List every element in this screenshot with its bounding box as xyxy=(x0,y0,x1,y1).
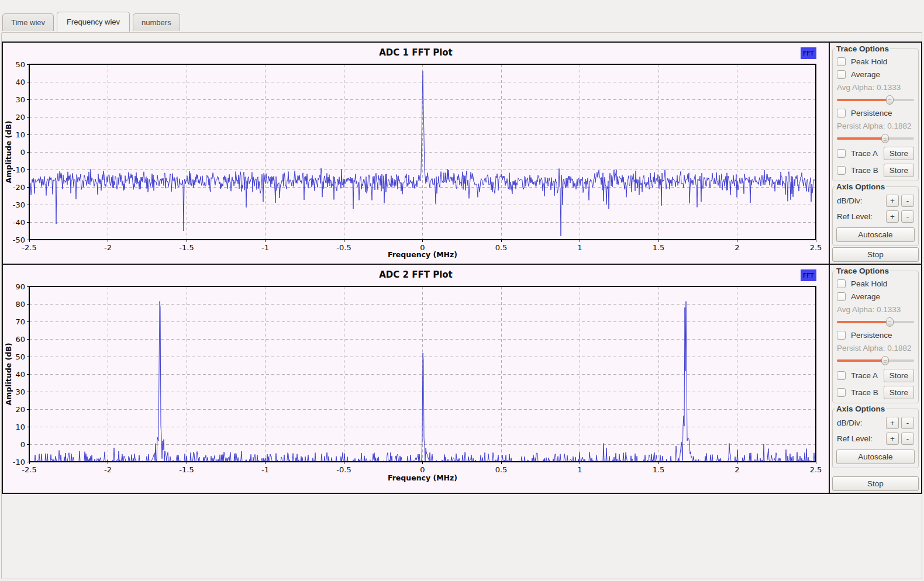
avg-alpha-slider[interactable] xyxy=(837,317,914,327)
svg-text:90: 90 xyxy=(15,282,25,291)
svg-text:0.5: 0.5 xyxy=(495,465,508,474)
trace-a-checkbox[interactable] xyxy=(837,149,846,158)
svg-text:30: 30 xyxy=(15,95,25,104)
db-div-plus-button[interactable]: + xyxy=(886,195,899,207)
tab-time-view[interactable]: Time wiev xyxy=(2,13,54,31)
adc2-plot-panel: -2.5-2-1.5-1-0.500.511.522.5908070605040… xyxy=(3,265,829,493)
trace-b-label: Trace B xyxy=(851,166,878,175)
slider-handle[interactable] xyxy=(886,317,894,327)
db-div-row: dB/Div: + - xyxy=(837,195,914,207)
ref-level-minus-button[interactable]: - xyxy=(901,433,914,445)
peak-hold-checkbox[interactable] xyxy=(837,57,846,66)
persist-alpha-label: Persist Alpha: 0.1882 xyxy=(837,122,914,130)
trace-a-store-button[interactable]: Store xyxy=(884,369,914,382)
trace-b-checkbox[interactable] xyxy=(837,166,846,175)
trace-b-store-button[interactable]: Store xyxy=(884,164,914,177)
svg-text:20: 20 xyxy=(15,113,25,122)
stop-button[interactable]: Stop xyxy=(832,476,919,491)
persistence-row: Persistence xyxy=(837,109,914,117)
svg-text:60: 60 xyxy=(15,335,25,344)
svg-text:-0.5: -0.5 xyxy=(336,465,351,474)
axis-options-title: Axis Options xyxy=(835,404,886,413)
trace-b-row: Trace B Store xyxy=(837,386,914,399)
db-div-minus-button[interactable]: - xyxy=(901,195,914,207)
adc1-row: -2.5-2-1.5-1-0.500.511.522.550403020100-… xyxy=(3,43,921,264)
trace-b-store-button[interactable]: Store xyxy=(884,386,914,399)
svg-text:70: 70 xyxy=(15,317,25,326)
persistence-checkbox[interactable] xyxy=(837,331,846,340)
tab-bar: Time wiev Frequency wiev numbers xyxy=(2,12,183,31)
peak-hold-row: Peak Hold xyxy=(837,279,914,288)
svg-text:-0.5: -0.5 xyxy=(336,243,351,252)
slider-handle[interactable] xyxy=(886,95,894,105)
svg-text:-2: -2 xyxy=(104,243,112,252)
peak-hold-checkbox[interactable] xyxy=(837,279,846,288)
svg-text:2: 2 xyxy=(735,243,739,252)
ref-level-row: Ref Level: + - xyxy=(837,210,914,223)
trace-a-label: Trace A xyxy=(851,371,878,380)
average-row: Average xyxy=(837,70,914,79)
trace-a-store-button[interactable]: Store xyxy=(884,147,914,160)
trace-a-row: Trace A Store xyxy=(837,147,914,160)
tab-numbers[interactable]: numbers xyxy=(133,13,180,31)
db-div-plus-button[interactable]: + xyxy=(886,417,899,429)
axis-options-group: Axis Options dB/Div: + - Ref Level: + - … xyxy=(832,404,919,468)
svg-text:10: 10 xyxy=(15,130,25,139)
ref-level-plus-button[interactable]: + xyxy=(886,210,899,223)
trace-b-checkbox[interactable] xyxy=(837,388,846,397)
slider-handle[interactable] xyxy=(881,356,889,365)
adc1-sidebar: Trace Options Peak Hold Average Avg Alph… xyxy=(829,43,921,264)
adc2-row: -2.5-2-1.5-1-0.500.511.522.5908070605040… xyxy=(3,264,921,493)
svg-text:Amplitude (dB): Amplitude (dB) xyxy=(4,121,13,184)
db-div-minus-button[interactable]: - xyxy=(901,417,914,429)
avg-alpha-slider[interactable] xyxy=(837,95,914,105)
persistence-checkbox[interactable] xyxy=(837,109,846,117)
svg-text:-2: -2 xyxy=(104,465,112,474)
ref-level-row: Ref Level: + - xyxy=(837,433,914,445)
svg-text:-50: -50 xyxy=(13,236,25,244)
svg-text:30: 30 xyxy=(15,388,25,396)
svg-text:2.5: 2.5 xyxy=(810,465,822,474)
adc1-fft-plot-canvas: -2.5-2-1.5-1-0.500.511.522.550403020100-… xyxy=(3,43,829,264)
svg-text:-1.5: -1.5 xyxy=(179,465,194,474)
axis-options-title: Axis Options xyxy=(835,182,886,191)
fft-plots-frame: -2.5-2-1.5-1-0.500.511.522.550403020100-… xyxy=(2,42,922,494)
svg-text:Frequency (MHz): Frequency (MHz) xyxy=(388,250,457,259)
average-checkbox[interactable] xyxy=(837,70,846,79)
persistence-row: Persistence xyxy=(837,331,914,340)
average-label: Average xyxy=(851,70,880,79)
svg-text:-1.5: -1.5 xyxy=(179,243,194,252)
svg-text:50: 50 xyxy=(15,352,25,361)
trace-options-title: Trace Options xyxy=(835,44,890,53)
ref-level-plus-button[interactable]: + xyxy=(886,433,899,445)
slider-fill xyxy=(837,99,889,101)
trace-options-group: Trace Options Peak Hold Average Avg Alph… xyxy=(832,267,919,403)
avg-alpha-label: Avg Alpha: 0.1333 xyxy=(837,305,914,314)
db-div-label: dB/Div: xyxy=(837,419,863,427)
svg-text:50: 50 xyxy=(15,60,25,69)
trace-a-row: Trace A Store xyxy=(837,369,914,382)
adc2-fft-plot-canvas: -2.5-2-1.5-1-0.500.511.522.5908070605040… xyxy=(3,265,829,493)
average-checkbox[interactable] xyxy=(837,292,846,301)
slider-fill xyxy=(837,359,885,362)
autoscale-button[interactable]: Autoscale xyxy=(836,449,915,464)
svg-text:0: 0 xyxy=(420,465,425,474)
ref-level-minus-button[interactable]: - xyxy=(901,210,914,223)
svg-text:-2.5: -2.5 xyxy=(22,465,36,474)
persist-alpha-slider[interactable] xyxy=(837,355,914,365)
svg-text:0: 0 xyxy=(20,148,25,157)
peak-hold-row: Peak Hold xyxy=(837,57,914,66)
adc2-sidebar: Trace Options Peak Hold Average Avg Alph… xyxy=(829,265,921,493)
persistence-label: Persistence xyxy=(851,109,892,117)
svg-text:80: 80 xyxy=(15,300,25,309)
svg-text:40: 40 xyxy=(15,370,25,379)
trace-a-checkbox[interactable] xyxy=(837,371,846,380)
tab-frequency-view[interactable]: Frequency wiev xyxy=(57,12,130,32)
trace-b-label: Trace B xyxy=(851,388,878,397)
persist-alpha-slider[interactable] xyxy=(837,133,914,143)
svg-text:1: 1 xyxy=(577,243,582,252)
stop-button[interactable]: Stop xyxy=(832,247,919,262)
autoscale-button[interactable]: Autoscale xyxy=(836,227,915,242)
svg-text:-1: -1 xyxy=(261,465,269,474)
slider-handle[interactable] xyxy=(881,134,889,143)
